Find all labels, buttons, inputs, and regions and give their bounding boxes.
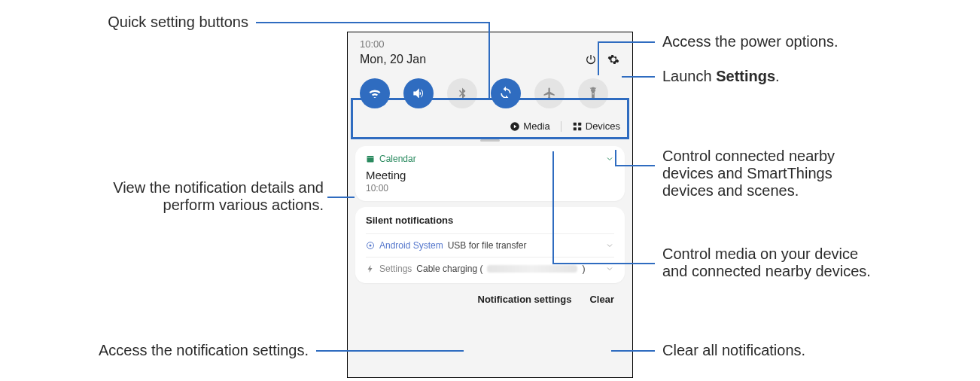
devices-label: Devices (586, 120, 620, 132)
bolt-icon (366, 264, 375, 273)
svg-rect-6 (367, 156, 374, 163)
play-circle-icon (510, 121, 520, 132)
status-date: Mon, 20 Jan (360, 53, 575, 66)
svg-rect-4 (574, 127, 577, 130)
bluetooth-button[interactable] (447, 78, 477, 108)
notification-time: 10:00 (366, 183, 614, 194)
svg-point-0 (592, 93, 594, 95)
silent-header: Silent notifications (366, 215, 614, 226)
redacted-text (487, 265, 577, 273)
sound-button[interactable] (403, 78, 434, 108)
wifi-button[interactable] (360, 78, 390, 108)
chevron-down-icon[interactable] (605, 154, 614, 163)
callout-settings: Launch Settings. (662, 68, 780, 85)
drag-handle[interactable] (480, 139, 500, 142)
callout-notification-settings: Access the notification settings. (38, 342, 309, 359)
svg-point-9 (370, 245, 372, 247)
chevron-down-icon[interactable] (605, 241, 614, 250)
silent-row-text: USB for file transfer (448, 240, 527, 251)
power-icon[interactable] (584, 53, 598, 66)
notification-settings-button[interactable]: Notification settings (478, 294, 572, 305)
silent-row-charging[interactable]: Settings Cable charging ( ) (366, 257, 614, 280)
bottom-row: Notification settings Clear (348, 289, 632, 308)
quick-settings-row (348, 72, 632, 116)
callout-devices: Control connected nearby devices and Sma… (662, 148, 835, 200)
silent-row-system: Settings (379, 264, 412, 274)
gear-icon[interactable] (607, 53, 620, 66)
flashlight-button[interactable] (578, 78, 608, 108)
grid-icon (572, 121, 583, 132)
media-label: Media (523, 120, 549, 132)
callout-notification-details: View the notification details and perfor… (38, 179, 324, 214)
svg-rect-2 (574, 122, 577, 125)
callout-clear: Clear all notifications. (662, 342, 805, 359)
notification-title: Meeting (366, 169, 614, 181)
devices-button[interactable]: Devices (572, 120, 620, 132)
notification-header: Calendar (366, 154, 614, 164)
silent-row-usb[interactable]: Android System USB for file transfer (366, 233, 614, 257)
clear-button[interactable]: Clear (589, 294, 614, 305)
media-devices-row: Media Devices (348, 116, 632, 136)
divider (561, 121, 562, 132)
silent-row-system: Android System (379, 240, 443, 251)
autorotate-button[interactable] (491, 78, 521, 108)
callout-quick-settings: Quick setting buttons (38, 14, 248, 31)
callout-media: Control media on your device and connect… (662, 245, 871, 280)
phone-frame: 10:00 Mon, 20 Jan Med (347, 32, 633, 378)
notification-app: Calendar (379, 154, 416, 164)
silent-row-text: Cable charging ( (416, 264, 482, 274)
svg-rect-3 (578, 122, 581, 125)
status-bar: 10:00 (348, 32, 632, 50)
silent-row-paren: ) (582, 264, 585, 274)
chevron-down-icon[interactable] (605, 264, 614, 273)
android-icon (366, 241, 375, 250)
date-row: Mon, 20 Jan (348, 50, 632, 72)
svg-rect-5 (578, 127, 581, 130)
silent-card: Silent notifications Android System USB … (355, 207, 625, 283)
airplane-button[interactable] (534, 78, 565, 108)
callout-power: Access the power options. (662, 33, 838, 50)
calendar-icon (366, 154, 375, 163)
status-time: 10:00 (360, 38, 385, 50)
notification-card[interactable]: Calendar Meeting 10:00 (355, 146, 625, 201)
media-button[interactable]: Media (510, 120, 549, 132)
svg-rect-7 (367, 157, 374, 158)
